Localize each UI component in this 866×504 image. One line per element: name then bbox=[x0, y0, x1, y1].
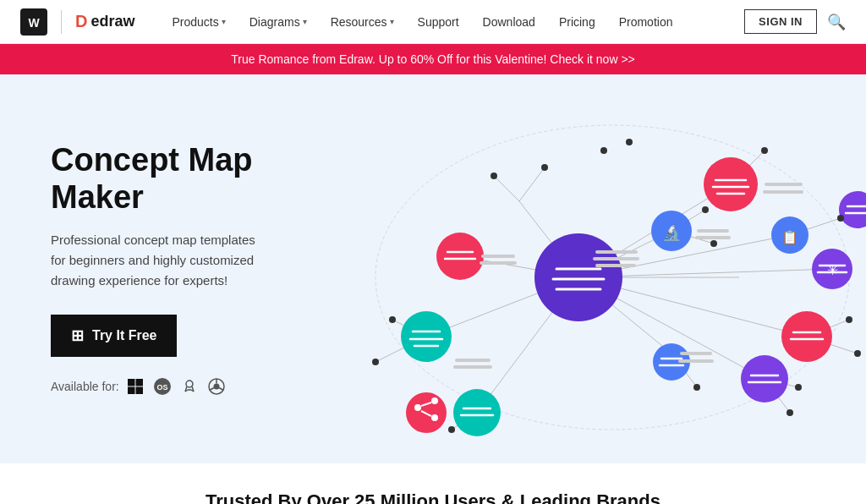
diagrams-chevron-icon: ▾ bbox=[303, 17, 307, 26]
hero-description: Professional concept map templates for b… bbox=[51, 230, 271, 291]
svg-line-43 bbox=[494, 176, 519, 201]
try-btn-label: Try It Free bbox=[92, 328, 156, 343]
edraw-text: edraw bbox=[90, 13, 134, 30]
svg-point-79 bbox=[414, 404, 421, 411]
svg-rect-110 bbox=[595, 264, 636, 267]
windows-os-icon bbox=[126, 377, 145, 396]
svg-rect-109 bbox=[593, 257, 639, 260]
svg-rect-116 bbox=[763, 190, 803, 194]
macos-os-icon: OS bbox=[153, 377, 172, 396]
products-chevron-icon: ▾ bbox=[222, 17, 226, 26]
svg-point-68 bbox=[781, 311, 832, 362]
wondershare-logo[interactable]: W bbox=[20, 8, 47, 36]
nav-item-products[interactable]: Products ▾ bbox=[162, 10, 235, 34]
nav-item-promotion[interactable]: Promotion bbox=[609, 10, 683, 34]
svg-point-15 bbox=[213, 383, 219, 389]
resources-chevron-icon: ▾ bbox=[390, 17, 394, 26]
svg-point-50 bbox=[436, 233, 484, 280]
svg-rect-107 bbox=[480, 261, 517, 265]
svg-text:✳: ✳ bbox=[827, 263, 838, 277]
svg-line-18 bbox=[219, 387, 224, 390]
search-icon: 🔍 bbox=[827, 14, 846, 30]
nav-links: Products ▾ Diagrams ▾ Resources ▾ Suppor… bbox=[162, 10, 744, 34]
svg-text:OS: OS bbox=[156, 383, 167, 392]
svg-text:W: W bbox=[28, 16, 40, 30]
svg-point-105 bbox=[626, 139, 633, 145]
svg-point-90 bbox=[389, 316, 396, 323]
svg-point-53 bbox=[401, 311, 452, 362]
svg-rect-114 bbox=[695, 236, 731, 239]
hero-title: Concept Map Maker bbox=[51, 142, 271, 216]
diagram-svg: 🔬 📋 ✳ bbox=[308, 100, 866, 455]
svg-point-96 bbox=[761, 147, 768, 154]
svg-rect-106 bbox=[481, 255, 515, 258]
trusted-section: Trusted By Over 25 Million Users & Leadi… bbox=[0, 463, 866, 504]
nav-item-diagrams[interactable]: Diagrams ▾ bbox=[239, 10, 317, 34]
promo-banner[interactable]: True Romance from Edraw. Up to 60% Off f… bbox=[0, 44, 866, 74]
svg-point-46 bbox=[534, 233, 622, 321]
svg-rect-117 bbox=[680, 352, 712, 355]
svg-rect-111 bbox=[455, 359, 491, 362]
linux-os-icon bbox=[180, 377, 199, 396]
svg-rect-4 bbox=[128, 386, 135, 394]
svg-point-75 bbox=[741, 355, 788, 403]
nav-item-support[interactable]: Support bbox=[408, 10, 469, 34]
svg-line-44 bbox=[519, 167, 545, 201]
svg-point-93 bbox=[541, 164, 548, 171]
edraw-d-letter: D bbox=[75, 12, 87, 31]
svg-text:🔬: 🔬 bbox=[662, 223, 682, 242]
svg-point-100 bbox=[693, 384, 700, 391]
svg-point-102 bbox=[795, 384, 802, 391]
svg-point-62 bbox=[704, 157, 758, 211]
svg-point-91 bbox=[372, 359, 379, 365]
svg-point-87 bbox=[839, 191, 866, 228]
sign-in-button[interactable]: SIGN IN bbox=[744, 9, 817, 34]
svg-point-101 bbox=[787, 409, 793, 416]
svg-point-80 bbox=[431, 397, 438, 404]
svg-rect-113 bbox=[697, 229, 729, 233]
nav-item-resources[interactable]: Resources ▾ bbox=[321, 10, 404, 34]
available-for: Available for: OS bbox=[51, 377, 271, 396]
search-button[interactable]: 🔍 bbox=[827, 13, 846, 31]
svg-point-57 bbox=[453, 389, 501, 436]
trusted-title: Trusted By Over 25 Million Users & Leadi… bbox=[34, 490, 832, 504]
svg-point-95 bbox=[710, 240, 717, 247]
nav-right: SIGN IN 🔍 bbox=[744, 9, 846, 34]
svg-point-94 bbox=[702, 206, 709, 213]
promo-text: True Romance from Edraw. Up to 60% Off f… bbox=[231, 52, 635, 66]
os-icons: OS bbox=[126, 377, 226, 396]
try-free-button[interactable]: ⊞ Try It Free bbox=[51, 315, 177, 357]
brand-logo: W D edraw bbox=[20, 8, 134, 36]
svg-rect-115 bbox=[765, 183, 803, 186]
svg-point-92 bbox=[491, 173, 497, 179]
wondershare-icon: W bbox=[20, 8, 47, 36]
svg-point-8 bbox=[186, 381, 193, 387]
svg-line-17 bbox=[209, 387, 214, 390]
available-label: Available for: bbox=[51, 380, 119, 393]
svg-point-98 bbox=[846, 316, 852, 323]
svg-rect-5 bbox=[135, 386, 143, 394]
nav-item-pricing[interactable]: Pricing bbox=[549, 10, 606, 34]
svg-rect-2 bbox=[128, 379, 135, 386]
svg-rect-108 bbox=[595, 250, 638, 254]
svg-point-99 bbox=[854, 350, 861, 357]
windows-icon: ⊞ bbox=[71, 326, 84, 345]
svg-rect-118 bbox=[678, 359, 714, 363]
hero-content: Concept Map Maker Professional concept m… bbox=[51, 142, 271, 395]
concept-map-diagram: 🔬 📋 ✳ bbox=[308, 100, 866, 438]
navbar: W D edraw Products ▾ Diagrams ▾ Resource… bbox=[0, 0, 866, 44]
hero-section: Concept Map Maker Professional concept m… bbox=[0, 74, 866, 463]
svg-text:📋: 📋 bbox=[781, 229, 798, 245]
svg-rect-112 bbox=[453, 365, 492, 369]
svg-point-104 bbox=[600, 147, 607, 154]
brand-divider bbox=[61, 10, 62, 34]
chrome-os-icon bbox=[207, 377, 226, 396]
svg-point-81 bbox=[431, 414, 438, 421]
svg-point-103 bbox=[448, 426, 455, 433]
nav-item-download[interactable]: Download bbox=[473, 10, 545, 34]
svg-point-97 bbox=[837, 215, 844, 222]
svg-rect-3 bbox=[135, 379, 143, 386]
edraw-logo[interactable]: D edraw bbox=[75, 12, 134, 31]
